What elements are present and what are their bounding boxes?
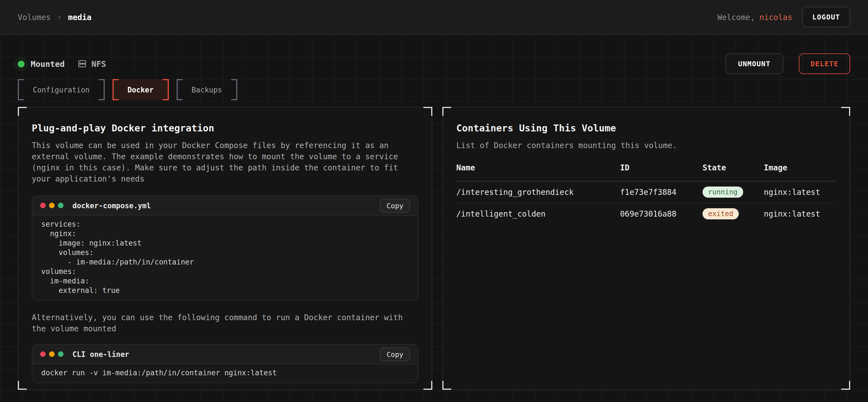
welcome-prefix: Welcome, (717, 12, 755, 22)
docker-panel-description: This volume can be used in your Docker C… (32, 140, 416, 184)
table-header-row: Name ID State Image (456, 163, 836, 181)
corner-bracket-icon (442, 107, 451, 116)
nfs-type-indicator: NFS (78, 59, 106, 68)
container-image: nginx:latest (764, 209, 836, 218)
docker-integration-panel: Plug-and-play Docker integration This vo… (18, 107, 432, 390)
traffic-light-red-icon (40, 351, 46, 357)
traffic-light-amber-icon (49, 351, 55, 357)
mounted-status-dot-icon (18, 60, 25, 67)
column-header-image: Image (764, 163, 836, 172)
tab-configuration[interactable]: Configuration (18, 79, 105, 100)
tab-bar: Configuration Docker Backups (18, 79, 850, 100)
volume-status: Mounted NFS (18, 59, 106, 68)
volume-actions: UNMOUNT DELETE (725, 54, 850, 74)
traffic-light-green-icon (58, 203, 63, 208)
copy-compose-button[interactable]: Copy (380, 199, 410, 212)
containers-panel-title: Containers Using This Volume (456, 122, 836, 134)
username: nicolas (760, 12, 792, 22)
copy-cli-button[interactable]: Copy (380, 347, 410, 361)
status-row: Mounted NFS UNMOUNT DELETE (18, 53, 850, 75)
topbar-right: Welcome, nicolas LOGOUT (717, 7, 850, 27)
containers-panel: Containers Using This Volume List of Doc… (442, 107, 850, 390)
column-header-state: State (703, 163, 764, 172)
docker-panel-title: Plug-and-play Docker integration (32, 122, 418, 134)
container-id: 069e73016a88 (620, 209, 703, 218)
cli-intro-text: Alternatively, you can use the following… (32, 312, 416, 334)
traffic-light-green-icon (58, 351, 63, 357)
chevron-right-icon: › (57, 12, 62, 22)
container-image: nginx:latest (764, 188, 836, 197)
state-badge: exited (703, 208, 739, 219)
compose-codeblock: docker-compose.yml Copy services: nginx:… (32, 195, 418, 301)
column-header-id: ID (620, 163, 703, 172)
container-name: /intelligent_colden (456, 209, 620, 218)
container-id: f1e73e7f3884 (620, 188, 703, 197)
compose-filename: docker-compose.yml (72, 201, 151, 210)
table-row: /interesting_grothendieck f1e73e7f3884 r… (456, 181, 836, 203)
mounted-label: Mounted (31, 59, 65, 68)
containers-panel-subtitle: List of Docker containers mounting this … (456, 140, 836, 151)
app-root: Volumes › media Welcome, nicolas LOGOUT … (0, 0, 868, 402)
corner-bracket-icon (424, 107, 432, 116)
cli-codeblock: CLI one-liner Copy docker run -v im-medi… (32, 344, 418, 383)
topbar: Volumes › media Welcome, nicolas LOGOUT (0, 0, 868, 35)
welcome-text: Welcome, nicolas (717, 12, 792, 22)
corner-bracket-icon (18, 107, 27, 116)
traffic-light-red-icon (40, 203, 46, 208)
compose-codeblock-header: docker-compose.yml Copy (32, 196, 418, 215)
breadcrumb-volumes-link[interactable]: Volumes (18, 12, 51, 22)
containers-table: Name ID State Image /interesting_grothen… (456, 163, 836, 224)
main-content: Mounted NFS UNMOUNT DELETE Configuration (0, 35, 868, 402)
column-header-name: Name (456, 163, 620, 172)
state-badge: running (703, 187, 743, 198)
cli-code: docker run -v im-media:/path/in/containe… (32, 364, 418, 382)
breadcrumb-current-volume: media (68, 12, 91, 22)
cli-codeblock-header: CLI one-liner Copy (32, 345, 418, 364)
corner-bracket-icon (841, 381, 850, 390)
table-row: /intelligent_colden 069e73016a88 exited … (456, 203, 836, 224)
container-name: /interesting_grothendieck (456, 188, 620, 197)
cli-filename: CLI one-liner (72, 350, 129, 358)
corner-bracket-icon (424, 381, 432, 390)
corner-bracket-icon (442, 381, 451, 390)
traffic-light-amber-icon (49, 203, 55, 208)
panels-row: Plug-and-play Docker integration This vo… (18, 107, 850, 390)
logout-button[interactable]: LOGOUT (802, 7, 850, 27)
nfs-label: NFS (91, 59, 106, 68)
tab-docker[interactable]: Docker (113, 79, 169, 100)
breadcrumb: Volumes › media (18, 12, 91, 22)
tab-backups[interactable]: Backups (176, 79, 237, 100)
server-icon (78, 59, 87, 68)
unmount-button[interactable]: UNMOUNT (725, 54, 784, 74)
corner-bracket-icon (841, 107, 850, 116)
corner-bracket-icon (18, 381, 27, 390)
delete-button[interactable]: DELETE (799, 54, 850, 74)
compose-code: services: nginx: image: nginx:latest vol… (32, 215, 418, 300)
